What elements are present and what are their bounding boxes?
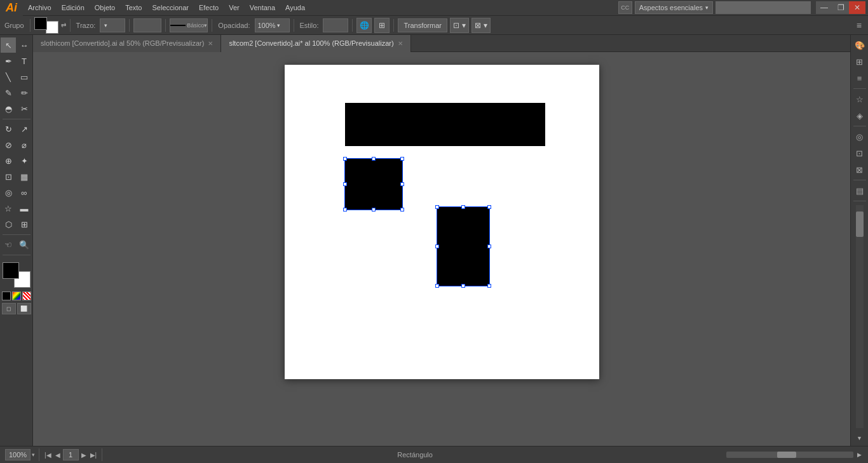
- page-input[interactable]: [63, 449, 79, 460]
- artboard-tool[interactable]: ⬡: [1, 217, 16, 232]
- blend-tool[interactable]: ∞: [17, 185, 32, 200]
- pencil-tool[interactable]: ✏: [17, 85, 32, 100]
- cc-icon[interactable]: CC: [618, 1, 632, 14]
- menu-texto[interactable]: Texto: [120, 0, 147, 16]
- restore-button[interactable]: ❐: [832, 1, 849, 14]
- line-tool[interactable]: ╲: [1, 69, 16, 84]
- direct-selection-tool[interactable]: ↔: [17, 37, 32, 53]
- bottom-right: ▶: [726, 452, 863, 458]
- swap-colors-icon[interactable]: ⇄: [61, 22, 66, 29]
- live-paint-tool[interactable]: ✦: [17, 153, 32, 168]
- zoom-chevron[interactable]: ▾: [32, 452, 35, 458]
- symbols-panel-icon[interactable]: ☆: [852, 91, 867, 107]
- vertical-scrollbar[interactable]: [856, 205, 864, 428]
- tab-2-close[interactable]: ✕: [398, 40, 403, 47]
- search-input[interactable]: [715, 1, 811, 14]
- selection-tool[interactable]: ↖: [1, 37, 16, 53]
- full-view-btn[interactable]: ⬜: [17, 303, 31, 314]
- gradient-tool[interactable]: ◎: [1, 185, 16, 200]
- artboard-wrapper[interactable]: [33, 52, 850, 446]
- column-graph-tool[interactable]: ▬: [17, 201, 32, 216]
- brushes-panel-icon[interactable]: ≡: [852, 70, 867, 86]
- next-page-btn[interactable]: ▶: [80, 452, 88, 459]
- transform-panel-icon[interactable]: ⊠: [852, 162, 867, 177]
- perspective-tool[interactable]: ⊡: [1, 169, 16, 184]
- menu-ayuda[interactable]: Ayuda: [280, 0, 310, 16]
- last-page-btn[interactable]: ▶|: [89, 452, 98, 459]
- type-tool[interactable]: T: [17, 53, 32, 69]
- shape-builder-tool[interactable]: ⊕: [1, 153, 16, 168]
- zoom-input[interactable]: [5, 449, 31, 460]
- warp-tool[interactable]: ⊘: [1, 137, 16, 152]
- menu-objeto[interactable]: Objeto: [90, 0, 120, 16]
- transformar-button[interactable]: Transformar: [398, 18, 447, 32]
- menu-ver[interactable]: Ver: [224, 0, 245, 16]
- normal-view-btn[interactable]: ◻: [2, 303, 16, 314]
- menu-efecto[interactable]: Efecto: [194, 0, 224, 16]
- sep1: [30, 19, 31, 32]
- trazo-units-dropdown[interactable]: [133, 18, 161, 32]
- gradient-swatch[interactable]: [12, 292, 21, 300]
- tool-row-10: ◎ ∞: [1, 185, 32, 200]
- none-swatch[interactable]: [22, 292, 31, 300]
- scroll-down-icon[interactable]: ▼: [852, 431, 867, 446]
- pen-tool[interactable]: ✒: [1, 53, 16, 69]
- stroke-line: [170, 25, 186, 26]
- layers-icon[interactable]: ▤: [852, 183, 867, 198]
- globe-icon[interactable]: 🌐: [356, 18, 372, 33]
- tool-sep-2: [3, 234, 31, 235]
- tab-2[interactable]: sltcom2 [Convertido].ai* al 100% (RGB/Pr…: [221, 35, 410, 52]
- color-panel-icon[interactable]: 🎨: [852, 37, 867, 53]
- menu-ventana[interactable]: Ventana: [245, 0, 280, 16]
- more-options-icon[interactable]: ⊠ ▾: [471, 18, 491, 33]
- horizontal-scrollbar[interactable]: [726, 452, 853, 458]
- menu-seleccionar[interactable]: Seleccionar: [147, 0, 193, 16]
- prev-page-btn[interactable]: ◀: [54, 452, 62, 459]
- foreground-color-swatch[interactable]: [3, 262, 19, 279]
- rotate-tool[interactable]: ↻: [1, 121, 16, 137]
- first-page-btn[interactable]: |◀: [43, 452, 53, 459]
- align-icon[interactable]: ⊞: [374, 18, 390, 33]
- zoom-tool[interactable]: 🔍: [17, 237, 32, 252]
- align-panel-icon[interactable]: ⊡: [852, 145, 867, 161]
- eraser-tool[interactable]: ◓: [1, 101, 16, 116]
- graphic-styles-icon[interactable]: ◈: [852, 108, 867, 123]
- trazo-width-dropdown[interactable]: ▾: [100, 18, 125, 32]
- close-button[interactable]: ✕: [849, 1, 865, 14]
- estilo-dropdown[interactable]: [323, 18, 348, 32]
- paintbrush-tool[interactable]: ✎: [1, 85, 16, 100]
- opacidad-dropdown[interactable]: 100% ▾: [255, 18, 290, 32]
- panel-menu-icon[interactable]: ≡: [853, 20, 865, 30]
- tool-row-3: ╲ ▭: [1, 69, 32, 84]
- tab-1[interactable]: slothicom [Convertido].ai al 50% (RGB/Pr…: [33, 35, 221, 52]
- appearance-icon[interactable]: ◎: [852, 129, 867, 144]
- rp-sep4: [853, 201, 866, 201]
- minimize-button[interactable]: —: [816, 1, 832, 14]
- tool-row-8: ⊕ ✦: [1, 153, 32, 168]
- menu-archivo[interactable]: Archivo: [23, 0, 57, 16]
- slice-tool[interactable]: ⊞: [17, 217, 32, 232]
- shape-rect-right[interactable]: [437, 207, 489, 286]
- fill-bg-swatch[interactable]: [46, 21, 58, 34]
- transform-options-icon[interactable]: ⊡ ▾: [450, 18, 469, 33]
- workspace-selector[interactable]: Aspectos esenciales ▾: [635, 1, 713, 14]
- tab-1-close[interactable]: ✕: [208, 40, 213, 47]
- color-mode-btn[interactable]: [2, 292, 11, 300]
- scroll-right-btn[interactable]: ▶: [856, 452, 863, 458]
- symbol-tool[interactable]: ☆: [1, 201, 16, 216]
- fill-fg-swatch[interactable]: [34, 17, 47, 30]
- scale-tool[interactable]: ↗: [17, 121, 32, 137]
- hand-tool[interactable]: ☜: [1, 237, 16, 252]
- handle2-bl: [435, 284, 439, 288]
- stroke-style-preview[interactable]: Básico ▾: [170, 18, 208, 32]
- mesh-tool[interactable]: ▦: [17, 169, 32, 184]
- toolbox: ↖ ↔ ✒ T ╲ ▭ ✎ ✏ ◓ ✂ ↻ ↗ ⊘ ⌀ ⊕ ✦: [0, 35, 33, 446]
- swatches-panel-icon[interactable]: ⊞: [852, 54, 867, 69]
- free-transform-tool[interactable]: ⌀: [17, 137, 32, 152]
- shape-rect-top[interactable]: [345, 103, 545, 146]
- menu-edicion[interactable]: Edición: [57, 0, 90, 16]
- shape-rect-left[interactable]: [345, 159, 402, 210]
- rect-tool[interactable]: ▭: [17, 69, 32, 84]
- scissors-tool[interactable]: ✂: [17, 101, 32, 116]
- handle-ml: [343, 182, 347, 186]
